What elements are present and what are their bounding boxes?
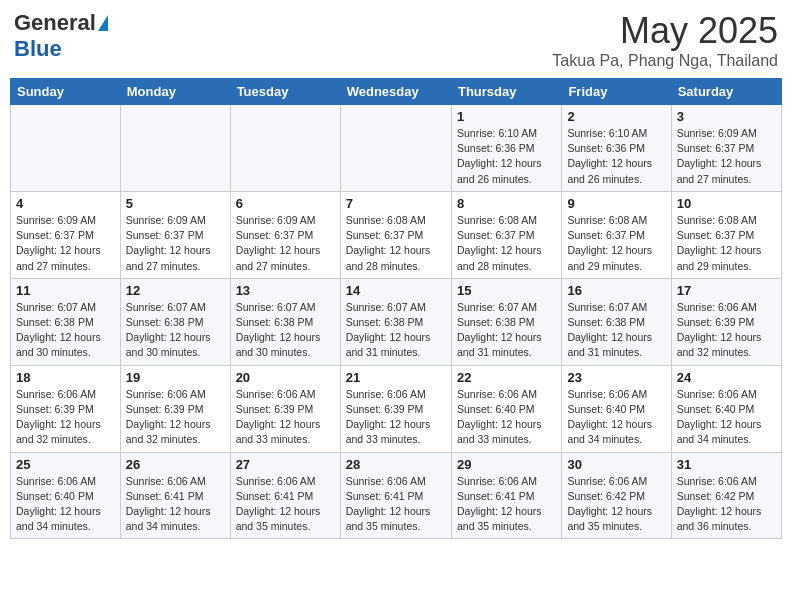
calendar-cell: 13Sunrise: 6:07 AM Sunset: 6:38 PM Dayli… xyxy=(230,278,340,365)
calendar-cell: 28Sunrise: 6:06 AM Sunset: 6:41 PM Dayli… xyxy=(340,452,451,539)
day-info: Sunrise: 6:06 AM Sunset: 6:41 PM Dayligh… xyxy=(236,474,335,535)
calendar-cell: 14Sunrise: 6:07 AM Sunset: 6:38 PM Dayli… xyxy=(340,278,451,365)
day-number: 15 xyxy=(457,283,556,298)
weekday-header-tuesday: Tuesday xyxy=(230,79,340,105)
day-info: Sunrise: 6:10 AM Sunset: 6:36 PM Dayligh… xyxy=(567,126,665,187)
calendar-cell: 29Sunrise: 6:06 AM Sunset: 6:41 PM Dayli… xyxy=(451,452,561,539)
day-number: 9 xyxy=(567,196,665,211)
calendar-cell xyxy=(120,105,230,192)
calendar-cell: 17Sunrise: 6:06 AM Sunset: 6:39 PM Dayli… xyxy=(671,278,781,365)
calendar-cell: 21Sunrise: 6:06 AM Sunset: 6:39 PM Dayli… xyxy=(340,365,451,452)
day-info: Sunrise: 6:10 AM Sunset: 6:36 PM Dayligh… xyxy=(457,126,556,187)
day-number: 3 xyxy=(677,109,776,124)
calendar-week-row: 25Sunrise: 6:06 AM Sunset: 6:40 PM Dayli… xyxy=(11,452,782,539)
day-number: 12 xyxy=(126,283,225,298)
day-info: Sunrise: 6:06 AM Sunset: 6:40 PM Dayligh… xyxy=(16,474,115,535)
day-info: Sunrise: 6:06 AM Sunset: 6:42 PM Dayligh… xyxy=(567,474,665,535)
day-info: Sunrise: 6:09 AM Sunset: 6:37 PM Dayligh… xyxy=(236,213,335,274)
calendar-week-row: 1Sunrise: 6:10 AM Sunset: 6:36 PM Daylig… xyxy=(11,105,782,192)
day-number: 17 xyxy=(677,283,776,298)
day-number: 26 xyxy=(126,457,225,472)
day-number: 29 xyxy=(457,457,556,472)
weekday-header-friday: Friday xyxy=(562,79,671,105)
calendar-cell: 16Sunrise: 6:07 AM Sunset: 6:38 PM Dayli… xyxy=(562,278,671,365)
weekday-header-thursday: Thursday xyxy=(451,79,561,105)
calendar-cell: 3Sunrise: 6:09 AM Sunset: 6:37 PM Daylig… xyxy=(671,105,781,192)
calendar-cell: 10Sunrise: 6:08 AM Sunset: 6:37 PM Dayli… xyxy=(671,191,781,278)
calendar-cell: 7Sunrise: 6:08 AM Sunset: 6:37 PM Daylig… xyxy=(340,191,451,278)
page-header: General Blue May 2025 Takua Pa, Phang Ng… xyxy=(10,10,782,70)
day-number: 22 xyxy=(457,370,556,385)
day-number: 21 xyxy=(346,370,446,385)
day-number: 1 xyxy=(457,109,556,124)
day-info: Sunrise: 6:07 AM Sunset: 6:38 PM Dayligh… xyxy=(346,300,446,361)
weekday-header-sunday: Sunday xyxy=(11,79,121,105)
day-info: Sunrise: 6:07 AM Sunset: 6:38 PM Dayligh… xyxy=(16,300,115,361)
day-info: Sunrise: 6:06 AM Sunset: 6:39 PM Dayligh… xyxy=(346,387,446,448)
day-info: Sunrise: 6:06 AM Sunset: 6:40 PM Dayligh… xyxy=(567,387,665,448)
day-info: Sunrise: 6:07 AM Sunset: 6:38 PM Dayligh… xyxy=(236,300,335,361)
calendar-cell: 15Sunrise: 6:07 AM Sunset: 6:38 PM Dayli… xyxy=(451,278,561,365)
calendar-cell: 5Sunrise: 6:09 AM Sunset: 6:37 PM Daylig… xyxy=(120,191,230,278)
day-number: 7 xyxy=(346,196,446,211)
day-info: Sunrise: 6:09 AM Sunset: 6:37 PM Dayligh… xyxy=(16,213,115,274)
day-info: Sunrise: 6:07 AM Sunset: 6:38 PM Dayligh… xyxy=(457,300,556,361)
calendar-cell: 26Sunrise: 6:06 AM Sunset: 6:41 PM Dayli… xyxy=(120,452,230,539)
logo-blue: Blue xyxy=(14,36,62,62)
day-info: Sunrise: 6:06 AM Sunset: 6:39 PM Dayligh… xyxy=(126,387,225,448)
day-info: Sunrise: 6:06 AM Sunset: 6:42 PM Dayligh… xyxy=(677,474,776,535)
day-info: Sunrise: 6:09 AM Sunset: 6:37 PM Dayligh… xyxy=(126,213,225,274)
day-number: 27 xyxy=(236,457,335,472)
day-number: 28 xyxy=(346,457,446,472)
day-number: 25 xyxy=(16,457,115,472)
calendar-table: SundayMondayTuesdayWednesdayThursdayFrid… xyxy=(10,78,782,539)
day-info: Sunrise: 6:09 AM Sunset: 6:37 PM Dayligh… xyxy=(677,126,776,187)
calendar-cell: 11Sunrise: 6:07 AM Sunset: 6:38 PM Dayli… xyxy=(11,278,121,365)
day-info: Sunrise: 6:06 AM Sunset: 6:40 PM Dayligh… xyxy=(457,387,556,448)
day-number: 2 xyxy=(567,109,665,124)
day-number: 20 xyxy=(236,370,335,385)
month-title: May 2025 xyxy=(552,10,778,52)
calendar-cell: 24Sunrise: 6:06 AM Sunset: 6:40 PM Dayli… xyxy=(671,365,781,452)
calendar-cell: 31Sunrise: 6:06 AM Sunset: 6:42 PM Dayli… xyxy=(671,452,781,539)
calendar-cell: 30Sunrise: 6:06 AM Sunset: 6:42 PM Dayli… xyxy=(562,452,671,539)
calendar-cell: 6Sunrise: 6:09 AM Sunset: 6:37 PM Daylig… xyxy=(230,191,340,278)
day-info: Sunrise: 6:08 AM Sunset: 6:37 PM Dayligh… xyxy=(677,213,776,274)
day-number: 19 xyxy=(126,370,225,385)
calendar-cell: 1Sunrise: 6:10 AM Sunset: 6:36 PM Daylig… xyxy=(451,105,561,192)
calendar-cell xyxy=(340,105,451,192)
calendar-cell: 19Sunrise: 6:06 AM Sunset: 6:39 PM Dayli… xyxy=(120,365,230,452)
calendar-cell: 12Sunrise: 6:07 AM Sunset: 6:38 PM Dayli… xyxy=(120,278,230,365)
calendar-cell: 18Sunrise: 6:06 AM Sunset: 6:39 PM Dayli… xyxy=(11,365,121,452)
location-title: Takua Pa, Phang Nga, Thailand xyxy=(552,52,778,70)
weekday-header-row: SundayMondayTuesdayWednesdayThursdayFrid… xyxy=(11,79,782,105)
calendar-cell xyxy=(11,105,121,192)
logo-triangle-icon xyxy=(98,15,108,31)
day-number: 16 xyxy=(567,283,665,298)
calendar-cell: 2Sunrise: 6:10 AM Sunset: 6:36 PM Daylig… xyxy=(562,105,671,192)
day-number: 18 xyxy=(16,370,115,385)
day-number: 24 xyxy=(677,370,776,385)
day-info: Sunrise: 6:08 AM Sunset: 6:37 PM Dayligh… xyxy=(567,213,665,274)
day-info: Sunrise: 6:06 AM Sunset: 6:39 PM Dayligh… xyxy=(236,387,335,448)
day-info: Sunrise: 6:06 AM Sunset: 6:41 PM Dayligh… xyxy=(457,474,556,535)
weekday-header-saturday: Saturday xyxy=(671,79,781,105)
day-info: Sunrise: 6:08 AM Sunset: 6:37 PM Dayligh… xyxy=(346,213,446,274)
day-info: Sunrise: 6:06 AM Sunset: 6:39 PM Dayligh… xyxy=(677,300,776,361)
day-info: Sunrise: 6:06 AM Sunset: 6:39 PM Dayligh… xyxy=(16,387,115,448)
day-number: 31 xyxy=(677,457,776,472)
weekday-header-wednesday: Wednesday xyxy=(340,79,451,105)
day-number: 4 xyxy=(16,196,115,211)
calendar-week-row: 18Sunrise: 6:06 AM Sunset: 6:39 PM Dayli… xyxy=(11,365,782,452)
calendar-cell: 20Sunrise: 6:06 AM Sunset: 6:39 PM Dayli… xyxy=(230,365,340,452)
calendar-week-row: 4Sunrise: 6:09 AM Sunset: 6:37 PM Daylig… xyxy=(11,191,782,278)
calendar-cell xyxy=(230,105,340,192)
day-number: 6 xyxy=(236,196,335,211)
day-info: Sunrise: 6:06 AM Sunset: 6:40 PM Dayligh… xyxy=(677,387,776,448)
day-number: 11 xyxy=(16,283,115,298)
day-number: 5 xyxy=(126,196,225,211)
day-number: 8 xyxy=(457,196,556,211)
day-number: 23 xyxy=(567,370,665,385)
calendar-cell: 8Sunrise: 6:08 AM Sunset: 6:37 PM Daylig… xyxy=(451,191,561,278)
calendar-cell: 22Sunrise: 6:06 AM Sunset: 6:40 PM Dayli… xyxy=(451,365,561,452)
